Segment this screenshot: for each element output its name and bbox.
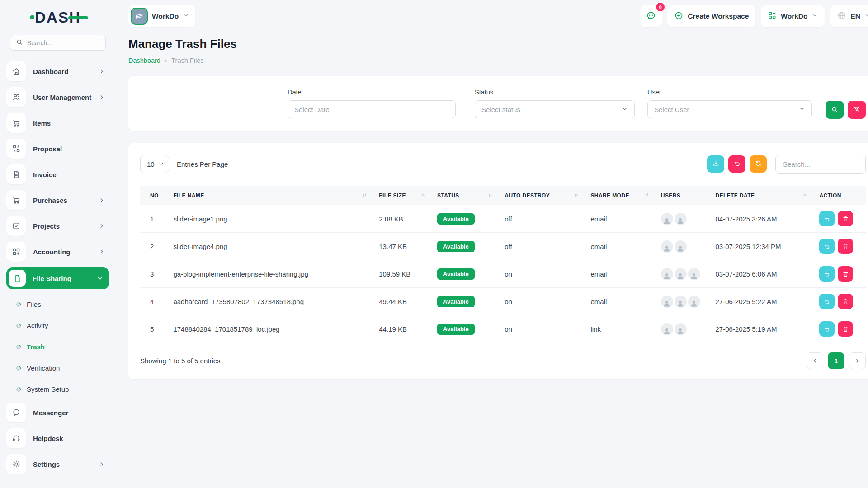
restore-button[interactable]	[819, 211, 835, 226]
col-file-name[interactable]: FILE NAME	[169, 186, 374, 205]
col-share-mode[interactable]: SHARE MODE	[586, 186, 656, 205]
col-users[interactable]: USERS	[656, 186, 711, 205]
bullet-icon	[16, 387, 21, 392]
users-icon	[6, 87, 26, 107]
chat-icon	[646, 10, 656, 23]
date-filter-field	[288, 100, 456, 118]
table-row: 4 aadharcard_1735807802_1737348518.png 4…	[140, 288, 866, 315]
restore-button[interactable]	[819, 294, 835, 309]
sidebar-item-purchases[interactable]: Purchases	[6, 190, 109, 210]
chevron-right-icon	[99, 197, 105, 203]
sidebar-item-accounting[interactable]: Accounting	[6, 242, 109, 262]
sidebar-item-projects[interactable]: Projects	[6, 216, 109, 236]
avatar	[675, 296, 687, 308]
restore-button[interactable]	[819, 321, 835, 337]
col-delete-date[interactable]: DELETE DATE	[711, 186, 815, 205]
workspace-selector[interactable]: WorkDo	[128, 5, 195, 27]
avatar	[675, 323, 687, 335]
avatar	[661, 240, 673, 253]
col-no[interactable]: NO	[140, 186, 169, 205]
clear-filter-icon	[853, 105, 861, 115]
submenu-item-trash[interactable]: Trash	[6, 336, 109, 357]
trash-files-card: 10 Entries Per Page	[128, 143, 868, 379]
entries-per-page-label: Entries Per Page	[177, 160, 228, 168]
restore-button[interactable]	[819, 266, 835, 282]
table-row: 3 ga-blog-implement-enterprise-file-shar…	[140, 260, 866, 288]
chevron-right-icon	[99, 461, 105, 467]
sort-icon	[802, 192, 807, 199]
sidebar-item-items[interactable]: Items	[6, 113, 109, 133]
sidebar-item-dashboard[interactable]: Dashboard	[6, 61, 109, 81]
export-button[interactable]	[707, 155, 724, 173]
sidebar-item-proposal[interactable]: Proposal	[6, 139, 109, 159]
sidebar-search-input[interactable]	[27, 39, 100, 47]
app-switcher-dropdown[interactable]: WorkDo	[761, 5, 825, 27]
status-badge: Available	[437, 268, 475, 280]
entries-per-page-select[interactable]: 10	[140, 155, 169, 173]
sidebar-menu: Dashboard User Management Items Proposal	[6, 61, 109, 474]
language-dropdown[interactable]: EN	[830, 5, 868, 27]
avatar	[661, 213, 673, 225]
table-row: 2 slider-image4.png 13.47 KB Available o…	[140, 233, 866, 260]
chevron-down-icon	[158, 160, 164, 168]
status-filter-label: Status	[475, 89, 635, 96]
app-logo[interactable]: DASH	[6, 10, 109, 25]
chevron-down-icon	[183, 12, 189, 20]
create-workspace-button[interactable]: Create Workspace	[667, 5, 755, 27]
file-name-cell: 1748840284_1701851789_loc.jpeg	[169, 315, 374, 343]
pagination-page-1[interactable]: 1	[828, 352, 844, 369]
pagination-prev-button[interactable]	[807, 352, 823, 369]
main-content: WorkDo 0 Create Workspace WorkDo	[116, 0, 868, 488]
search-icon	[16, 38, 23, 47]
user-avatars	[661, 323, 707, 335]
submenu-item-system-setup[interactable]: System Setup	[6, 379, 109, 400]
submenu-item-verification[interactable]: Verification	[6, 357, 109, 379]
clear-filter-button[interactable]	[848, 101, 866, 119]
col-file-size[interactable]: FILE SIZE	[374, 186, 433, 205]
avatar	[675, 240, 687, 253]
date-filter-input[interactable]	[294, 106, 449, 113]
restore-button[interactable]	[819, 239, 835, 254]
user-filter-select[interactable]: Select User	[647, 100, 812, 118]
sort-icon	[488, 192, 493, 199]
restore-all-button[interactable]	[728, 155, 745, 173]
sort-icon	[420, 192, 425, 199]
delete-button[interactable]	[838, 294, 853, 309]
breadcrumb-separator: ›	[165, 57, 167, 64]
pagination-next-button[interactable]	[849, 352, 866, 369]
sort-icon	[644, 192, 649, 199]
refresh-button[interactable]	[750, 155, 767, 173]
cart-icon	[6, 190, 26, 210]
delete-button[interactable]	[838, 211, 853, 226]
messages-button[interactable]: 0	[640, 5, 662, 27]
sidebar-search[interactable]	[10, 35, 106, 51]
showing-entries-text: Showing 1 to 5 of 5 entries	[140, 357, 221, 365]
sidebar-item-settings[interactable]: Settings	[6, 454, 109, 474]
bullet-icon	[16, 345, 21, 349]
col-auto-destroy[interactable]: AUTO DESTROY	[500, 186, 586, 205]
status-badge: Available	[437, 241, 475, 252]
chevron-down-icon	[811, 12, 818, 20]
chevron-right-icon	[99, 94, 105, 100]
sidebar-item-messenger[interactable]: Messenger	[6, 403, 109, 422]
sidebar-item-helpdesk[interactable]: Helpdesk	[6, 428, 109, 448]
submenu-item-activity[interactable]: Activity	[6, 315, 109, 336]
gear-icon	[6, 454, 26, 474]
sidebar-item-invoice[interactable]: Invoice	[6, 164, 109, 184]
col-status[interactable]: STATUS	[433, 186, 500, 205]
app-logo-text: DASH	[35, 10, 81, 25]
pagination: 1	[807, 352, 866, 369]
delete-button[interactable]	[838, 239, 853, 254]
apply-filter-button[interactable]	[826, 101, 844, 119]
breadcrumb-dashboard[interactable]: Dashboard	[128, 57, 160, 64]
delete-button[interactable]	[838, 266, 853, 282]
submenu-item-files[interactable]: Files	[6, 294, 109, 315]
plus-circle-icon	[674, 11, 684, 22]
sidebar-item-file-sharing[interactable]: File Sharing	[6, 267, 109, 289]
delete-button[interactable]	[838, 321, 853, 337]
user-avatars	[661, 240, 707, 253]
status-filter-select[interactable]: Select status	[475, 100, 635, 118]
sidebar-item-user-management[interactable]: User Management	[6, 87, 109, 107]
table-search-input[interactable]	[775, 155, 866, 174]
grid-plus-icon	[768, 11, 777, 22]
